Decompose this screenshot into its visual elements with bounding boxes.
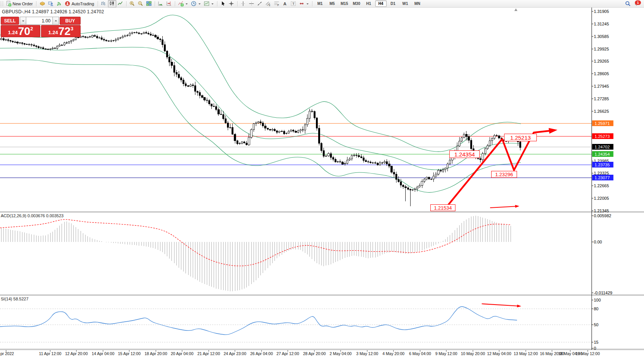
price-level-label: 1.23077 [595,175,610,180]
candlesticks [0,31,521,206]
zoom-out-button[interactable] [136,0,145,8]
rsi-indicator-label: SI(14) 58.5227 [1,297,29,301]
time-tick-label: 9 May 12:00 [435,351,457,356]
vertical-line-icon [240,1,246,7]
trendline-button[interactable] [256,0,264,8]
timeframe-button-h1[interactable]: H1 [363,0,374,7]
timeframe-button-h4[interactable]: H4 [375,0,387,7]
time-tick-label: 21 Apr 12:00 [197,351,220,356]
text-button[interactable]: A [281,0,289,8]
svg-text:E: E [269,4,271,6]
sell-button[interactable]: SELL [1,17,19,25]
panel-splitter[interactable] [0,349,644,350]
price-tick-label: 1.30585 [594,34,609,39]
volume-input[interactable] [26,17,52,25]
rsi-axis-label: 50 [594,322,598,327]
toolbar-separator [237,1,238,6]
auto-scroll-button[interactable] [157,0,165,8]
time-tick-label: 13 May 12:00 [514,351,538,356]
cursor-button[interactable] [219,0,227,8]
crosshair-button[interactable] [227,0,236,8]
arrows-button[interactable] [298,0,311,8]
timeframe-button-mn[interactable]: MN [412,0,423,7]
volume-decrease-button[interactable] [20,17,26,25]
periods-button[interactable] [190,0,203,8]
toolbar-drag-handle[interactable] [1,1,3,6]
notification-badge: 1 [635,0,641,5]
time-tick-label: 4 May 20:00 [382,351,404,356]
time-tick-label: 12 Apr 20:00 [65,351,88,356]
sell-price-big: 70 [18,26,30,36]
chevron-down-icon [306,1,309,7]
chart-shift-marker[interactable] [514,8,517,11]
vertical-line-button[interactable] [239,0,247,8]
timeframe-button-d1[interactable]: D1 [387,0,399,7]
price-tick-label: 1.26625 [594,109,609,114]
templates-button[interactable] [203,0,216,8]
timeframe-button-m15[interactable]: M15 [339,0,350,7]
autotrading-button[interactable]: AutoTrading [63,0,96,8]
timeframe-button-m30[interactable]: M30 [351,0,362,7]
history-center-button[interactable] [38,0,46,8]
volume-increase-button[interactable] [52,17,59,25]
signals-icon [56,1,62,7]
panel-splitter[interactable] [0,212,644,212]
price-annotation-label[interactable]: 1.25213 [504,134,537,141]
time-tick-label: 6 May 04:00 [409,351,431,356]
zoom-out-icon [138,1,144,7]
indicators-icon [178,1,184,7]
indicators-button[interactable] [177,0,190,8]
text-label-button[interactable]: T [289,0,298,8]
price-level-label: 1.24702 [595,145,610,149]
gbpusd-h4-chart[interactable]: 1.319051.312451.305851.299251.292651.286… [0,0,644,357]
panel-splitter[interactable] [0,295,644,295]
price-annotation-label[interactable]: 1.24354 [449,150,480,158]
timeframe-button-w1[interactable]: W1 [400,0,411,7]
macd-axis-label: -0.011429 [594,291,612,295]
price-annotation-label[interactable]: 1.23296 [491,171,517,178]
time-tick-label: 27 Apr 12:00 [276,351,299,356]
bu y-button[interactable]: BUY [60,17,81,25]
new-order-button[interactable]: New Order [4,0,35,8]
sell-price-pip: 2 [30,26,33,32]
price-tick-label: 1.31245 [594,22,609,26]
toolbar-separator [312,1,312,6]
chart-shift-button[interactable] [165,0,173,8]
toolbar-separator [126,1,127,6]
bar-chart-button[interactable] [100,0,108,8]
toolbar-separator [155,1,155,6]
sell-price-display[interactable]: 1.24 70 2 [1,25,40,37]
auto-scroll-icon [158,1,164,7]
timeframe-button-m1[interactable]: M1 [314,0,326,7]
zoom-in-button[interactable] [128,0,136,8]
signals-button[interactable] [55,0,63,8]
timeframe-button-m5[interactable]: M5 [327,0,338,7]
time-tick-label: 15 Apr 12:00 [118,351,141,356]
virtual-hosting-button[interactable] [46,0,55,8]
price-tick-label: 1.27945 [594,84,609,88]
toolbar-separator [36,1,36,6]
candlestick-chart-button[interactable] [108,0,116,8]
macd-panel[interactable]: 0.0059820.00-0.011429 [0,213,612,295]
tile-windows-button[interactable] [145,0,153,8]
toolbar-separator [217,1,217,6]
buy-price-display[interactable]: 1.24 72 3 [41,25,81,37]
search-icon[interactable] [625,1,631,7]
time-tick-label: pr 2022 [0,351,14,356]
price-tick-label: 1.29265 [594,59,609,63]
timeframe-group: M1M5M15M30H1H4D1W1MN [314,0,424,7]
price-annotation-label[interactable]: 1.21534 [430,204,455,211]
chevron-down-icon [185,1,189,7]
crosshair-icon [228,1,235,7]
price-level-label: 1.25273 [595,134,610,139]
horizontal-line-button[interactable] [247,0,256,8]
time-tick-label: 28 Apr 20:00 [303,351,326,356]
time-axis[interactable]: pr 202211 Apr 12:0012 Apr 20:0014 Apr 04… [0,350,600,356]
cursor-icon [220,1,226,7]
line-chart-button[interactable] [116,0,125,8]
fibonacci-button[interactable]: F [273,0,281,8]
svg-text:A: A [284,2,287,6]
price-level-label: 1.25971 [595,121,610,126]
equidistant-channel-button[interactable]: E [264,0,273,8]
time-tick-label: 11 Apr 12:00 [39,351,62,356]
